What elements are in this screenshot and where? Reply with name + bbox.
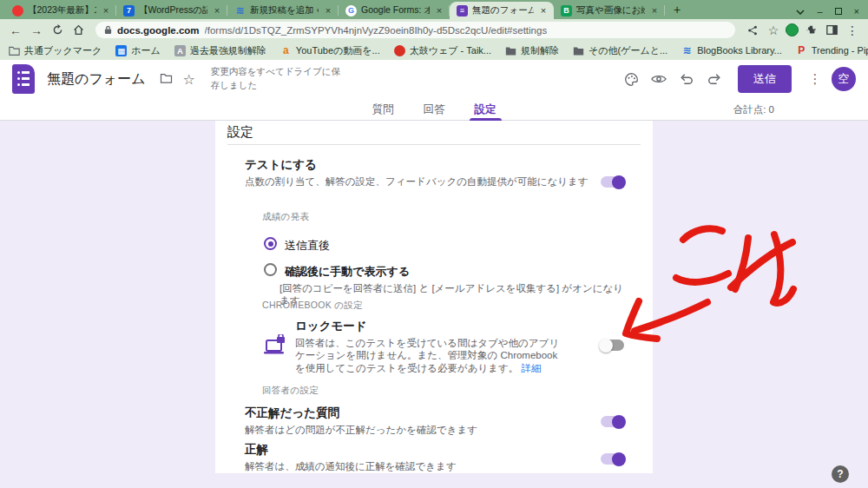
correct-answers-setting: 正解 解答者は、成績の通知後に正解を確認できます [245, 442, 609, 472]
chromebook-label: CHROMEBOOK の設定 [262, 300, 363, 312]
radio-manual-label[interactable]: 確認後に手動で表示する [285, 264, 410, 280]
move-folder-icon[interactable] [160, 72, 173, 86]
locked-mode-title: ロックモード [295, 319, 564, 334]
tab-responses[interactable]: 回答 [422, 98, 447, 121]
preview-eye-icon[interactable] [648, 68, 670, 90]
tab-close-icon[interactable]: × [212, 5, 222, 16]
bookmark-taiko[interactable]: 太鼓ウェブ - Taik... [394, 44, 491, 57]
screen: 【2023年最新】スイッチ × 7 【WordPressの記事の書 × ≋ 新規… [0, 0, 868, 488]
forms-icon: ≡ [457, 5, 468, 16]
star-icon[interactable]: ☆ [183, 71, 195, 88]
red-circle-icon [394, 45, 405, 56]
url-domain: docs.google.com [117, 25, 200, 36]
reload-icon[interactable] [49, 22, 66, 39]
help-button[interactable]: ? [832, 465, 849, 483]
pinwheel-icon [12, 5, 23, 16]
folder-icon [9, 45, 20, 56]
new-tab-button[interactable]: + [674, 3, 681, 16]
total-points: 合計点: 0 [733, 103, 774, 116]
tab-close-icon[interactable]: × [323, 5, 333, 16]
bookmark-folder-other[interactable]: その他(ゲームと... [573, 44, 667, 57]
bookmark-youtube-douga[interactable]: a YouTubeの動画を... [280, 44, 380, 57]
locked-mode-setting: ロックモード 回答者は、このテストを受けている間はタブや他のアプリケーションを開… [295, 319, 564, 374]
radio-manual[interactable] [264, 263, 277, 276]
bookmark-kisei[interactable]: A 過去最強規制解除 [174, 44, 266, 57]
split-screen-icon[interactable] [823, 22, 840, 39]
missed-questions-setting: 不正解だった質問 解答者はどの問題が不正解だったかを確認できます [245, 406, 609, 436]
restore-icon[interactable] [835, 7, 842, 16]
browser-tab-1[interactable]: 【2023年最新】スイッチ × [5, 2, 116, 19]
tab-close-icon[interactable]: × [538, 5, 549, 16]
browser-toolbar: ← → docs.google.com/forms/d/1DsTQZ_ZrmSY… [0, 19, 868, 41]
bookmark-piped[interactable]: P Trending - Piped [796, 45, 868, 56]
browser-tab-4[interactable]: G Google Forms: オンライン × [339, 2, 450, 19]
layers-icon: ≋ [234, 5, 246, 16]
blue7-icon: 7 [123, 5, 135, 16]
send-button[interactable]: 送信 [738, 65, 792, 93]
close-icon[interactable]: × [854, 7, 859, 16]
radio-immediate-label[interactable]: 送信直後 [285, 238, 330, 254]
minimize-icon[interactable]: – [817, 7, 822, 16]
share-icon[interactable] [744, 22, 761, 39]
radio-immediate[interactable] [264, 237, 277, 250]
home-blue-icon: ▦ [115, 45, 127, 56]
extension-green-icon[interactable] [786, 23, 799, 36]
back-icon[interactable]: ← [7, 22, 24, 39]
browser-tab-2[interactable]: 7 【WordPressの記事の書 × [116, 2, 227, 19]
tab-title: 【2023年最新】スイッチ [28, 4, 96, 16]
bookmark-blogbooks[interactable]: ≋ BlogBooks Library... [681, 45, 782, 56]
settings-page: 設定 テストにする 点数の割り当て、解答の設定、フィードバックの自動提供が可能に… [0, 121, 868, 488]
correct-answers-toggle[interactable] [601, 453, 624, 465]
respondent-label: 回答者の設定 [262, 385, 319, 397]
avatar[interactable]: 空 [832, 67, 856, 91]
forms-logo-icon[interactable] [12, 64, 35, 94]
bookmark-star-icon[interactable]: ☆ [765, 22, 782, 39]
tab-close-icon[interactable]: × [101, 5, 111, 16]
bookmark-folder-kisei[interactable]: 規制解除 [505, 44, 559, 57]
layers-icon: ≋ [681, 45, 693, 56]
quiz-toggle[interactable] [601, 176, 624, 188]
locked-mode-toggle[interactable] [601, 340, 624, 351]
bookmarks-bar: 共通ブックマーク ▦ ホーム A 過去最強規制解除 a YouTubeの動画を.… [0, 41, 868, 60]
google-icon: G [345, 5, 357, 16]
tab-search-chevron-icon[interactable] [796, 7, 805, 16]
browser-tab-active-forms[interactable]: ≡ 無題のフォーム - Google × [450, 2, 554, 19]
quiz-title: テストにする [245, 157, 609, 173]
tab-close-icon[interactable]: × [649, 5, 660, 16]
amazon-icon: a [280, 45, 292, 56]
tab-title: 【WordPressの記事の書 [139, 4, 207, 16]
forms-nav: 質問 回答 設定 合計点: 0 [0, 98, 868, 121]
missed-questions-toggle[interactable] [601, 416, 624, 427]
forward-icon[interactable]: → [28, 22, 45, 39]
tab-title: 写真や画像にお絵描き加 [576, 4, 645, 16]
redo-icon[interactable] [703, 68, 726, 90]
tab-close-icon[interactable]: × [434, 5, 444, 16]
browser-menu-icon[interactable]: ⋮ [844, 22, 861, 39]
theme-palette-icon[interactable] [620, 68, 642, 90]
settings-heading: 設定 [227, 124, 253, 141]
correct-answers-title: 正解 [245, 442, 609, 458]
browser-tab-6[interactable]: B 写真や画像にお絵描き加 × [554, 2, 665, 19]
quiz-setting: テストにする 点数の割り当て、解答の設定、フィードバックの自動提供が可能になりま… [245, 157, 609, 188]
correct-answers-desc: 解答者は、成績の通知後に正解を確認できます [245, 460, 609, 472]
green-b-icon: B [561, 5, 572, 16]
extensions-puzzle-icon[interactable] [802, 22, 819, 39]
locked-mode-details-link[interactable]: 詳細 [522, 363, 542, 373]
missed-questions-desc: 解答者はどの問題が不正解だったかを確認できます [245, 424, 609, 436]
tab-settings[interactable]: 設定 [473, 98, 498, 121]
undo-icon[interactable] [675, 68, 698, 90]
gray-a-icon: A [174, 45, 186, 56]
locked-mode-desc: 回答者は、このテストを受けている間はタブや他のアプリケーションを開けません。また… [295, 338, 559, 373]
browser-tab-3[interactable]: ≋ 新規投稿を追加 ‹ BlogBoo × [227, 2, 339, 19]
form-title[interactable]: 無題のフォーム [47, 70, 146, 89]
forms-header: 無題のフォーム ☆ 変更内容をすべてドライブに保存しました 送信 ⋮ 空 [0, 60, 868, 98]
locked-mode-laptop-icon [263, 334, 287, 357]
folder-icon [505, 45, 516, 56]
browser-tab-strip: 【2023年最新】スイッチ × 7 【WordPressの記事の書 × ≋ 新規… [0, 0, 868, 19]
more-menu-icon[interactable]: ⋮ [804, 68, 826, 90]
home-icon[interactable] [69, 22, 87, 39]
tab-questions[interactable]: 質問 [371, 98, 396, 121]
bookmark-home[interactable]: ▦ ホーム [115, 44, 161, 57]
address-bar[interactable]: docs.google.com/forms/d/1DsTQZ_ZrmSYPYVh… [95, 22, 735, 38]
bookmark-folder-common[interactable]: 共通ブックマーク [9, 44, 102, 57]
